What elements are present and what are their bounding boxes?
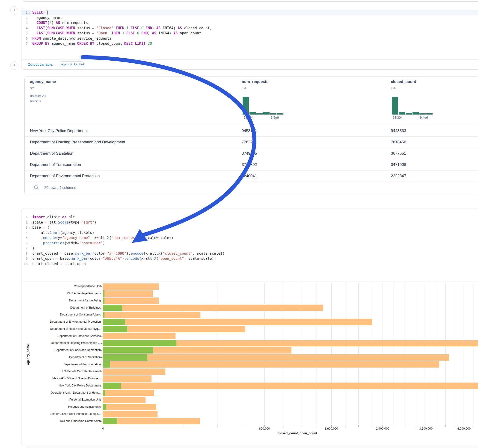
y-axis-tick [101, 421, 102, 422]
gridline [358, 283, 358, 425]
column-header[interactable]: closed_count [391, 80, 416, 84]
y-axis-tick [101, 315, 102, 315]
code-line: .properties(width="container") [32, 241, 105, 246]
y-axis-category-label: Personal Exemption Unit [0, 398, 101, 401]
previous-cell-edge [22, 0, 478, 2]
histogram-bar [419, 113, 426, 115]
y-axis-category-label: Taxi and Limousine Commission [0, 419, 101, 423]
y-axis-category-label: Department of Sanitation [0, 356, 101, 359]
code-line: agency_name, [32, 15, 62, 20]
bar-open [103, 361, 110, 368]
line-number: 4 [22, 230, 28, 236]
bar-closed [103, 418, 200, 424]
y-axis-tick [101, 365, 102, 365]
bar-closed [103, 404, 156, 410]
gridline [184, 283, 184, 425]
column-stat: unique: 20 [30, 94, 46, 98]
x-axis-tick [394, 425, 394, 427]
line-number: 1 [22, 215, 28, 220]
fold-chevron-icon[interactable]: > [26, 227, 32, 229]
gridline [217, 283, 217, 425]
y-axis-tick [101, 372, 102, 372]
line-number: 10 [22, 261, 28, 267]
bar-closed [103, 411, 157, 417]
y-axis-tick [101, 357, 102, 358]
line-number: 2 [22, 220, 28, 225]
python-chart-separator [21, 282, 478, 282]
x-axis-tick [264, 425, 265, 427]
y-axis-category-label: Senior Citizen Rent Increase Exempti… [0, 412, 101, 416]
line-number: 2 [22, 15, 28, 20]
x-axis-tick [383, 425, 383, 427]
code-line: chart_closed = base.mark_bar(color="#FFC… [32, 251, 225, 256]
histogram-max-label: 9.5e6 [271, 116, 279, 119]
table-row-value: 3774892 [242, 162, 257, 167]
table-row-agency: Department of Transportation [30, 162, 81, 167]
y-axis-category-label: Department of Parks and Recreation [0, 348, 101, 352]
x-axis-tick [243, 425, 243, 427]
code-line: FROM sample_data.nyc.service_requests [32, 36, 111, 41]
histogram-max-label: 9.4e6 [420, 116, 428, 119]
x-axis-tick [473, 425, 473, 427]
histogram-bar [413, 112, 419, 115]
code-line: GROUP BY agency_name ORDER BY closed_cou… [32, 41, 152, 46]
histogram-min-label: 53,304 [393, 116, 403, 119]
column-stat: nulls: 0 [30, 99, 41, 103]
table-row-value: 9453131 [242, 129, 257, 133]
x-axis-tick [103, 425, 103, 427]
table-row-value: 3749485 [242, 151, 257, 156]
bar-closed [103, 305, 323, 311]
bar-open [103, 298, 104, 304]
column-header[interactable]: num_requests [242, 80, 268, 84]
line-number: 9 [22, 256, 28, 261]
y-axis-category-label: Correspondence Unit [0, 285, 101, 288]
line-number: 8 [22, 251, 28, 256]
code-line: base = ( [32, 225, 49, 230]
column-type: i64 [242, 86, 246, 90]
y-axis-category-label: Department of Environmental Protection [0, 320, 101, 323]
bar-open [103, 305, 122, 311]
histogram-bar [256, 113, 263, 115]
y-axis-category-label: Department of Homeless Services [0, 334, 101, 338]
x-axis-tick-label: 4,000,000 [457, 427, 471, 430]
x-axis-tick-label: 1,600,000 [325, 427, 338, 430]
x-axis-tick [405, 425, 405, 427]
output-variable-chip[interactable]: agency_tickets [59, 61, 84, 67]
code-line: CAST(SUM(CASE WHEN status = 'Closed' THE… [32, 25, 212, 31]
histogram-bar [277, 113, 283, 115]
table-row-value: 3471908 [391, 162, 406, 167]
row-separator [25, 170, 478, 171]
fold-chevron-icon[interactable]: > [26, 12, 32, 14]
row-separator [25, 159, 478, 159]
y-axis-tick [101, 343, 102, 343]
x-axis-tick-label: 0 [102, 427, 104, 430]
add-cell-button-top[interactable]: + [10, 6, 19, 14]
histogram-bar [263, 112, 270, 115]
table-row-value: 9443533 [391, 129, 406, 133]
bar-open [103, 312, 104, 318]
code-line: COUNT(*) AS num_requests, [32, 20, 90, 25]
gridline [426, 283, 426, 425]
table-footer-summary: 20 rows, 4 columns [44, 186, 76, 190]
gridline [394, 283, 394, 425]
histogram-bar [399, 112, 405, 115]
y-axis-tick [101, 294, 102, 294]
add-cell-button-output[interactable]: + [10, 62, 19, 70]
histogram-min-label: 53,304 [244, 116, 253, 119]
row-separator [25, 125, 478, 125]
y-axis-category-label: Department of Housing Preservation … [0, 341, 101, 344]
row-separator [25, 182, 478, 182]
y-axis-tick [101, 379, 102, 379]
bar-closed [103, 383, 478, 389]
search-icon[interactable] [34, 185, 39, 191]
code-line: alt.Chart(agency_tickets) [32, 230, 94, 236]
y-axis-category-label: DHS Advantage Programs [0, 292, 101, 295]
y-axis-tick [101, 386, 102, 386]
y-axis-category-label: Department of Transportation [0, 363, 101, 366]
histogram-bar [392, 97, 398, 115]
y-axis-category-label: Department of Consumer Affairs [0, 313, 101, 316]
line-number: 5 [22, 31, 28, 36]
bar-closed [103, 361, 439, 368]
x-axis-tick [446, 425, 446, 427]
column-header[interactable]: agency_name [30, 80, 56, 84]
